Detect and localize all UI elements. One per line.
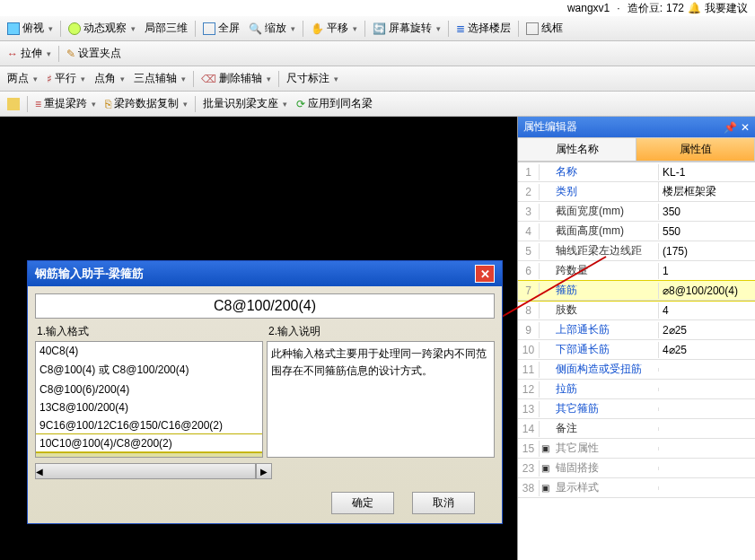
property-name[interactable]: 上部通长筋 — [550, 320, 658, 339]
property-row[interactable]: 13其它箍筋 — [518, 399, 755, 419]
property-name[interactable]: 备注 — [550, 419, 658, 438]
row-index: 6 — [518, 263, 540, 279]
property-value[interactable] — [658, 368, 755, 372]
ptangle-dropdown[interactable]: 点角 — [91, 69, 128, 88]
format-list-item[interactable]: C10@100(2)[2500];C12@100(2)[2500] — [36, 452, 262, 458]
format-description: 此种输入格式主要用于处理同一跨梁内不同范围存在不同箍筋信息的设计方式。 — [267, 341, 495, 458]
delaux-dropdown[interactable]: ⌫删除辅轴 — [198, 69, 275, 88]
property-value[interactable] — [658, 427, 755, 431]
property-value[interactable]: 4 — [658, 302, 755, 319]
row-index: 2 — [518, 184, 540, 200]
property-name[interactable]: 其它箍筋 — [550, 399, 658, 418]
suggest-link[interactable]: 我要建议 — [705, 1, 748, 16]
property-value[interactable]: ⌀8@100/200(4) — [658, 283, 755, 299]
desc-label: 2.输入说明 — [267, 324, 495, 339]
observe-dropdown[interactable]: 动态观察 — [65, 19, 139, 38]
expand-icon[interactable]: ▣ — [540, 443, 550, 453]
cancel-button[interactable]: 取消 — [412, 492, 475, 514]
twopts-dropdown[interactable]: 两点 — [4, 69, 41, 88]
format-list-item[interactable]: 10C10@100(4)/C8@200(2) — [36, 434, 262, 452]
credits-label: 造价豆: — [628, 1, 663, 16]
setgrip-button[interactable]: ✎设置夹点 — [63, 44, 125, 63]
stretch-dropdown[interactable]: ↔拉伸 — [4, 44, 55, 63]
fullscreen-button[interactable]: 全屏 — [199, 19, 243, 38]
property-row[interactable]: 3截面宽度(mm)350 — [518, 202, 755, 222]
pan-dropdown[interactable]: ✋平移 — [307, 19, 361, 38]
format-list-item[interactable]: 40C8(4) — [36, 342, 262, 360]
property-row[interactable]: 5轴线距梁左边线距(175) — [518, 241, 755, 261]
perspective-dropdown[interactable]: 俯视 — [4, 19, 57, 38]
horizontal-scrollbar[interactable]: ◀ ▶ — [35, 463, 495, 479]
row-index: 11 — [518, 362, 540, 378]
pencil-icon: ✎ — [66, 48, 75, 60]
property-row[interactable]: 14备注 — [518, 419, 755, 439]
close-icon[interactable]: ✕ — [475, 265, 495, 283]
panel-pin-icon[interactable]: 📌 — [724, 121, 737, 134]
eraser-icon: ⌫ — [201, 73, 216, 85]
batchsupport-dropdown[interactable]: 批量识别梁支座 — [199, 94, 291, 113]
rotate-dropdown[interactable]: 🔄屏幕旋转 — [369, 19, 444, 38]
scroll-left-icon[interactable]: ◀ — [35, 463, 256, 479]
property-value[interactable]: KL-1 — [658, 164, 755, 180]
wireframe-button[interactable]: 线框 — [522, 19, 566, 38]
dim-dropdown[interactable]: 尺寸标注 — [283, 69, 342, 88]
zoom-dropdown[interactable]: 🔍缩放 — [245, 19, 299, 38]
parallel-dropdown[interactable]: ♯平行 — [43, 69, 89, 88]
credits-value: 172 — [666, 2, 684, 14]
respan-dropdown[interactable]: ≡重提梁跨 — [31, 94, 100, 113]
unknown-icon-button[interactable] — [4, 96, 23, 112]
property-row[interactable]: 2类别楼层框架梁 — [518, 182, 755, 202]
toolbar-axis: 两点 ♯平行 点角 三点辅轴 ⌫删除辅轴 尺寸标注 — [0, 66, 755, 92]
property-row[interactable]: 8肢数4 — [518, 301, 755, 320]
current-value-display[interactable]: C8@100/200(4) — [35, 293, 495, 319]
property-name[interactable]: 截面宽度(mm) — [550, 202, 658, 221]
property-group-row[interactable]: 15▣其它属性 — [518, 439, 755, 459]
property-row[interactable]: 12拉筋 — [518, 380, 755, 399]
property-value[interactable]: 350 — [658, 204, 755, 220]
threeaux-dropdown[interactable]: 三点辅轴 — [130, 69, 189, 88]
scroll-right-icon[interactable]: ▶ — [256, 463, 272, 479]
property-group-row[interactable]: 23▣锚固搭接 — [518, 459, 755, 478]
selectfloor-button[interactable]: ≣选择楼层 — [452, 19, 514, 38]
panel-close-icon[interactable]: ✕ — [741, 121, 750, 134]
property-value[interactable]: 楼层框架梁 — [658, 182, 755, 201]
ok-button[interactable]: 确定 — [331, 492, 394, 514]
format-list[interactable]: 40C8(4)C8@100(4) 或 C8@100/200(4)C8@100(6… — [35, 341, 263, 458]
applysame-button[interactable]: ⟳应用到同名梁 — [293, 94, 376, 113]
property-name[interactable]: 侧面构造或受扭筋 — [550, 360, 658, 379]
property-name[interactable]: 肢数 — [550, 301, 658, 319]
property-name[interactable]: 截面高度(mm) — [550, 222, 658, 241]
property-row[interactable]: 7箍筋⌀8@100/200(4) — [518, 281, 755, 301]
row-index: 12 — [518, 381, 540, 398]
property-row[interactable]: 6跨数量1 — [518, 261, 755, 281]
property-value[interactable]: 4⌀25 — [658, 342, 755, 358]
property-row[interactable]: 9上部通长筋2⌀25 — [518, 320, 755, 340]
property-value[interactable]: (175) — [658, 243, 755, 259]
property-name[interactable]: 箍筋 — [550, 281, 658, 300]
property-value[interactable]: 550 — [658, 223, 755, 240]
property-value[interactable]: 2⌀25 — [658, 322, 755, 338]
format-list-item[interactable]: 13C8@100/200(4) — [36, 398, 262, 416]
property-row[interactable]: 4截面高度(mm)550 — [518, 222, 755, 241]
format-list-item[interactable]: C8@100(4) 或 C8@100/200(4) — [36, 360, 262, 381]
format-list-item[interactable]: 9C16@100/12C16@150/C16@200(2) — [36, 416, 262, 434]
property-row[interactable]: 11侧面构造或受扭筋 — [518, 360, 755, 380]
expand-icon[interactable]: ▣ — [540, 463, 550, 473]
format-list-item[interactable]: C8@100(6)/200(4) — [36, 381, 262, 398]
property-group-row[interactable]: 38▣显示样式 — [518, 478, 755, 498]
copyspan-dropdown[interactable]: ⎘梁跨数据复制 — [101, 94, 191, 113]
property-row[interactable]: 10下部通长筋4⌀25 — [518, 340, 755, 360]
property-value[interactable] — [658, 407, 755, 411]
toolbar-beam: ≡重提梁跨 ⎘梁跨数据复制 批量识别梁支座 ⟳应用到同名梁 — [0, 92, 755, 117]
property-name[interactable]: 下部通长筋 — [550, 340, 658, 359]
bell-icon[interactable]: 🔔 — [688, 2, 701, 14]
property-name[interactable]: 类别 — [550, 182, 658, 201]
expand-icon[interactable]: ▣ — [540, 483, 550, 493]
property-value[interactable] — [658, 388, 755, 391]
row-index: 5 — [518, 243, 540, 259]
local3d-button[interactable]: 局部三维 — [141, 19, 191, 38]
property-name[interactable]: 拉筋 — [550, 380, 658, 398]
property-value[interactable]: 1 — [658, 263, 755, 279]
property-name[interactable]: 名称 — [550, 162, 658, 181]
property-row[interactable]: 1名称KL-1 — [518, 162, 755, 182]
